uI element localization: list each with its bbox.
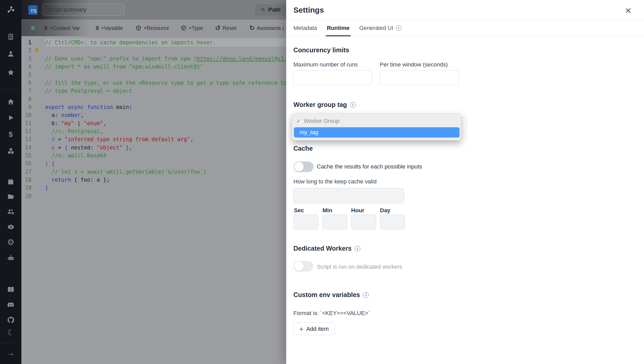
add-context-var-label: +Context Var	[49, 25, 80, 31]
day-label: Day	[380, 207, 390, 214]
add-item-label: Add item	[306, 326, 329, 332]
language-badge[interactable]: TS	[28, 5, 38, 15]
dollar-icon: $	[96, 25, 99, 31]
dropdown-option-label: Worker Group	[304, 118, 340, 124]
info-icon[interactable]: i	[396, 25, 402, 31]
audit-eye-icon[interactable]	[0, 223, 21, 231]
line-number: 4	[21, 63, 31, 71]
windmill-logo-icon[interactable]	[0, 5, 21, 14]
dropdown-option-label: my_tag	[300, 129, 318, 136]
dropdown-option-worker-group[interactable]: ✓ Worker Group	[296, 118, 339, 124]
sec-input[interactable]	[293, 215, 318, 230]
line-number: 12	[21, 128, 31, 136]
plus-icon: +	[299, 326, 303, 332]
app-sidebar: $ ⚙ ☾	[0, 0, 21, 364]
workspace-building-icon[interactable]	[0, 32, 21, 41]
status-dot	[31, 26, 35, 30]
dropdown-option-my-tag[interactable]: my_tag	[294, 127, 460, 138]
cache-duration-input[interactable]	[293, 188, 404, 203]
line-number: 14	[21, 144, 31, 152]
cache-duration-label: How long to the keep cache valid	[293, 178, 377, 185]
line-number: 11	[21, 120, 31, 128]
line-number: 6	[21, 79, 31, 87]
settings-gear-icon[interactable]: ⚙	[0, 238, 21, 247]
add-resource-button[interactable]: +Resource	[135, 20, 169, 36]
groups-users-gear-icon[interactable]	[0, 207, 21, 216]
toggle-knob	[294, 261, 304, 271]
line-number: 19	[21, 184, 31, 192]
tab-generated-ui[interactable]: Generated UI i	[359, 20, 402, 36]
tab-runtime[interactable]: Runtime	[327, 20, 350, 36]
time-window-label: Per time window (seconds)	[380, 61, 448, 68]
pencil-icon: ✎	[261, 7, 265, 13]
line-number: 18	[21, 176, 31, 184]
line-number: 9	[21, 103, 31, 111]
cache-toggle-label: Cache the results for each possible inpu…	[317, 163, 422, 170]
hour-label: Hour	[351, 207, 364, 214]
path-button-label: Path	[268, 6, 281, 13]
time-window-input[interactable]	[380, 70, 459, 85]
line-number: 20	[21, 192, 31, 200]
home-icon[interactable]	[0, 97, 21, 106]
line-number: 5	[21, 71, 31, 79]
sec-label: Sec	[294, 207, 304, 214]
tab-runtime-label: Runtime	[327, 25, 350, 31]
lightbulb-icon	[33, 47, 40, 54]
max-runs-input[interactable]	[293, 70, 372, 85]
line-number: 16	[21, 160, 31, 168]
drawer-header: Settings	[286, 0, 644, 20]
dark-mode-moon-icon[interactable]: ☾	[0, 328, 21, 337]
dedicated-workers-toggle[interactable]	[294, 261, 313, 272]
settings-drawer: Settings Metadata Runtime Generated UI i…	[286, 0, 644, 364]
tab-generated-ui-label: Generated UI	[359, 25, 393, 31]
discord-icon[interactable]	[0, 300, 21, 309]
info-icon[interactable]: i	[350, 102, 356, 108]
favorites-star-icon[interactable]	[0, 68, 21, 77]
toggle-knob	[294, 162, 304, 172]
folders-icon[interactable]	[0, 192, 21, 201]
add-context-var-button[interactable]: $ +Context Var	[44, 20, 80, 36]
env-format-text: Format is: `<KEY>=<VALUE>`	[293, 310, 370, 317]
info-icon[interactable]: i	[355, 246, 360, 251]
resources-boxes-icon[interactable]	[0, 147, 21, 155]
assistants-button[interactable]: ↻ Assistants (	[249, 20, 284, 36]
check-icon: ✓	[296, 118, 301, 124]
reset-button[interactable]: ↺ Reset	[215, 20, 236, 36]
add-variable-label: +Variable	[101, 25, 123, 31]
min-input[interactable]	[322, 215, 347, 230]
info-icon[interactable]: i	[363, 292, 369, 298]
add-resource-label: +Resource	[143, 25, 169, 31]
add-item-button[interactable]: + Add item	[293, 323, 335, 335]
line-number: 17	[21, 168, 31, 176]
path-button[interactable]: ✎ Path	[255, 4, 286, 15]
tab-metadata-label: Metadata	[293, 25, 317, 31]
github-icon[interactable]	[0, 316, 21, 324]
runs-play-icon[interactable]	[0, 113, 21, 122]
script-summary-input[interactable]: Script summary	[43, 4, 124, 16]
worker-group-heading: Worker group tag i	[293, 101, 356, 108]
package-box-icon	[135, 25, 141, 31]
workers-robot-icon[interactable]	[0, 254, 21, 263]
settings-tabs: Metadata Runtime Generated UI i	[286, 20, 644, 36]
add-variable-button[interactable]: $ +Variable	[96, 20, 123, 36]
expand-sidebar-arrow-icon[interactable]: →	[0, 349, 21, 357]
line-number: 3	[21, 55, 31, 63]
reset-label: Reset	[223, 25, 236, 31]
day-input[interactable]	[380, 215, 405, 230]
user-icon[interactable]	[0, 49, 21, 58]
custom-env-heading: Custom env variables i	[293, 291, 369, 299]
add-type-button[interactable]: +Type	[181, 20, 203, 36]
cache-toggle[interactable]	[294, 162, 313, 172]
variables-dollar-icon[interactable]: $	[0, 130, 21, 139]
schedules-calendar-icon[interactable]	[0, 177, 21, 186]
assistants-label: Assistants (	[257, 25, 284, 31]
package-box-icon	[181, 25, 187, 31]
reset-undo-icon: ↺	[215, 24, 221, 32]
line-number: 8	[21, 95, 31, 103]
close-icon[interactable]	[624, 7, 632, 14]
tab-metadata[interactable]: Metadata	[293, 20, 317, 36]
line-number: 13	[21, 136, 31, 143]
docs-book-icon[interactable]	[0, 285, 21, 294]
hour-input[interactable]	[351, 215, 376, 230]
drawer-title: Settings	[293, 6, 324, 14]
